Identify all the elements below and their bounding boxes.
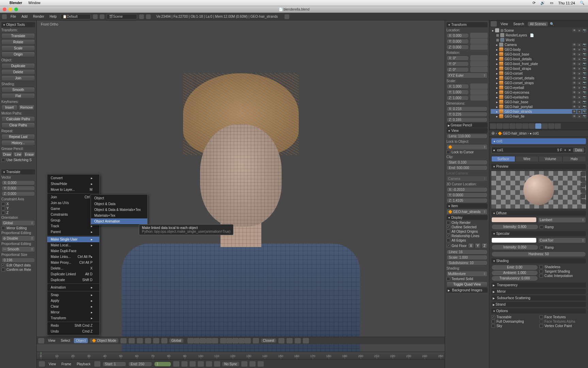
menu-item-move-to-layer-[interactable]: Move to Layer...M xyxy=(47,187,99,193)
lock-icon[interactable] xyxy=(470,55,488,61)
delete-button[interactable]: Delete xyxy=(1,69,35,75)
gp-erase-button[interactable]: Erase xyxy=(23,152,35,157)
outliner-row[interactable]: ▸GEO-corset_straps👁▸📷 xyxy=(491,80,587,85)
cur-x[interactable]: X: -0.2010 xyxy=(446,187,488,192)
outliner-search-menu[interactable]: Search xyxy=(512,22,526,26)
preview-shape-buttons[interactable] xyxy=(581,172,585,204)
layout-add-icon[interactable] xyxy=(93,14,98,19)
minimize-icon[interactable] xyxy=(9,7,12,11)
lock-icon[interactable] xyxy=(470,61,488,66)
outliner-row[interactable]: ⊞World xyxy=(491,37,587,42)
lock-icon[interactable] xyxy=(470,44,488,50)
edges-check[interactable]: All Edges xyxy=(446,238,488,243)
shadeless-check[interactable]: Shadeless xyxy=(539,265,586,269)
rot-x[interactable]: X: 0° xyxy=(446,56,469,61)
volume-icon[interactable]: 🔊 xyxy=(540,1,545,5)
editor-type-icon[interactable] xyxy=(38,338,44,343)
outliner-row[interactable]: ▸GEO-boot_details👁▸📷 xyxy=(491,57,587,61)
facetex-check[interactable]: Face Textures xyxy=(539,315,586,319)
outliner-row[interactable]: ▸GEO-body👁▸📷 xyxy=(491,47,587,52)
menu-item-duplicate-linked[interactable]: Duplicate LinkedAlt D xyxy=(47,271,99,277)
toggle-quad-button[interactable]: Toggle Quad View xyxy=(446,281,488,287)
properties-tabs[interactable] xyxy=(489,123,588,130)
scene-selector[interactable]: 🎬 Scene xyxy=(107,14,137,19)
outliner-editor-icon[interactable] xyxy=(491,21,497,27)
outliner-row[interactable]: ▸GEO-corset👁▸📷 xyxy=(491,71,587,76)
rot-z[interactable]: Z: 0° xyxy=(446,67,469,72)
menu-item-make-dupli-face[interactable]: Make Dupli-Face xyxy=(47,248,99,254)
spec-intensity[interactable]: Intensity: 0.050 xyxy=(491,245,538,250)
render-tab-icon[interactable] xyxy=(490,123,496,129)
outliner-row[interactable]: ▸GEO-boot_base👁▸📷 xyxy=(491,52,587,57)
submenu-item-object-data-materials-tex[interactable]: Object & Data & Materials+Tex xyxy=(91,207,147,213)
material-slot-selected[interactable]: ● col1 xyxy=(491,138,586,144)
dim-z[interactable]: Z: 0.185 xyxy=(446,117,488,122)
tl-view[interactable]: View xyxy=(47,362,58,366)
shading-dropdown[interactable]: Multitexture xyxy=(446,271,488,277)
rel-check[interactable]: ✓Relationship Lines xyxy=(446,234,488,238)
n-transform-header[interactable]: Transform xyxy=(446,22,488,27)
confirm-check[interactable]: Confirm on Rele xyxy=(1,267,35,272)
manipulator-icon[interactable] xyxy=(137,338,143,343)
duplicate-button[interactable]: Duplicate xyxy=(1,63,35,69)
preview-header[interactable]: Preview xyxy=(491,164,586,169)
outliner-row[interactable]: ▸GEO-corset_details👁▸📷 xyxy=(491,76,587,80)
outliner-row[interactable]: ▸GEO-eyecornea👁▸📷 xyxy=(491,90,587,95)
only-render-check[interactable]: Only Render xyxy=(446,220,488,225)
transform-orientation[interactable]: Global xyxy=(169,338,183,343)
origin-button[interactable]: Origin xyxy=(1,51,35,57)
diffuse-model[interactable]: Lambert xyxy=(538,217,586,223)
menu-item-make-proxy-[interactable]: Make Proxy...Ctrl Alt P xyxy=(47,260,99,265)
menu-item-clear[interactable]: Clear xyxy=(47,304,99,309)
transl-field[interactable]: Translucency: 0.000 xyxy=(491,276,538,281)
window-titlebar[interactable]: 📄 blenderella.blend xyxy=(0,6,588,13)
sky-check[interactable]: Sky xyxy=(491,324,538,328)
current-frame[interactable]: 1 xyxy=(154,362,171,367)
prev-kf-icon[interactable] xyxy=(181,361,187,367)
render-anim-icon[interactable] xyxy=(287,338,293,343)
menu-file[interactable]: File xyxy=(9,14,18,19)
outliner-row[interactable]: ▸GEO-hair_base👁▸📷 xyxy=(491,99,587,104)
marker-icon[interactable] xyxy=(258,361,264,367)
menu-item-make-local-[interactable]: Make Local... xyxy=(47,242,99,248)
spec-model[interactable]: CookTorr xyxy=(538,237,586,243)
lockcursor-check[interactable]: Lock to Cursor xyxy=(446,150,488,154)
loc-z[interactable]: Z: 0.000 xyxy=(446,45,469,50)
dim-x[interactable]: X: 0.218 xyxy=(446,106,488,111)
menu-item-animation[interactable]: Animation xyxy=(47,285,99,290)
menu-add[interactable]: Add xyxy=(20,14,29,19)
outline-check[interactable]: ✓Outline Selected xyxy=(446,225,488,229)
scene-add-icon[interactable] xyxy=(139,14,144,19)
world-tab-icon[interactable] xyxy=(503,123,509,129)
outliner-row[interactable]: ▸GEO-hair_strands👁▸📷 xyxy=(491,109,587,114)
scale-z[interactable]: Z: 1.000 xyxy=(446,95,469,101)
grid-lines[interactable]: Lines: 16 xyxy=(446,249,488,255)
menu-item-show-hide[interactable]: Show/Hide xyxy=(47,181,99,187)
make-single-user-submenu[interactable]: ObjectObject & DataObject & Data & Mater… xyxy=(91,194,148,225)
outliner-row[interactable]: ▸GEO-boot_front_plate👁▸📷 xyxy=(491,61,587,66)
grid-x-btn[interactable]: X xyxy=(468,243,474,249)
move-gizmo-icon[interactable] xyxy=(145,338,151,343)
app-name[interactable]: Blender xyxy=(10,1,22,5)
menu-item-make-single-user[interactable]: Make Single User xyxy=(47,236,99,242)
record-icon[interactable] xyxy=(94,361,100,367)
display-header[interactable]: Display xyxy=(446,215,488,220)
lock-object[interactable]: 🔶 xyxy=(446,144,488,150)
remove-kf-button[interactable]: Remove xyxy=(18,105,35,110)
menu-item-delete-[interactable]: Delete...X xyxy=(47,265,99,271)
op-translate-header[interactable]: Translate xyxy=(1,169,35,174)
translate-button[interactable]: Translate xyxy=(1,33,35,39)
fullosa-check[interactable]: Full Oversampling xyxy=(491,319,538,324)
render-icon[interactable] xyxy=(284,14,289,19)
paste-icon[interactable] xyxy=(303,338,309,343)
tab-halo[interactable]: Halo xyxy=(562,156,586,162)
mirror-check[interactable]: Mirror Editing xyxy=(1,226,35,230)
next-kf-icon[interactable] xyxy=(206,361,212,367)
insert-kf-button[interactable]: Insert xyxy=(1,105,18,110)
cur-z[interactable]: Z: 1.4105 xyxy=(446,198,488,203)
outliner-row[interactable]: ▸Camera👁▸📷 xyxy=(491,42,587,47)
outliner-row[interactable]: ▸GEO-eyelashes👁▸📷 xyxy=(491,95,587,99)
scale-gizmo-icon[interactable] xyxy=(161,338,167,343)
timeline-editor-icon[interactable] xyxy=(39,361,45,367)
constraint-tab-icon[interactable] xyxy=(516,123,522,129)
